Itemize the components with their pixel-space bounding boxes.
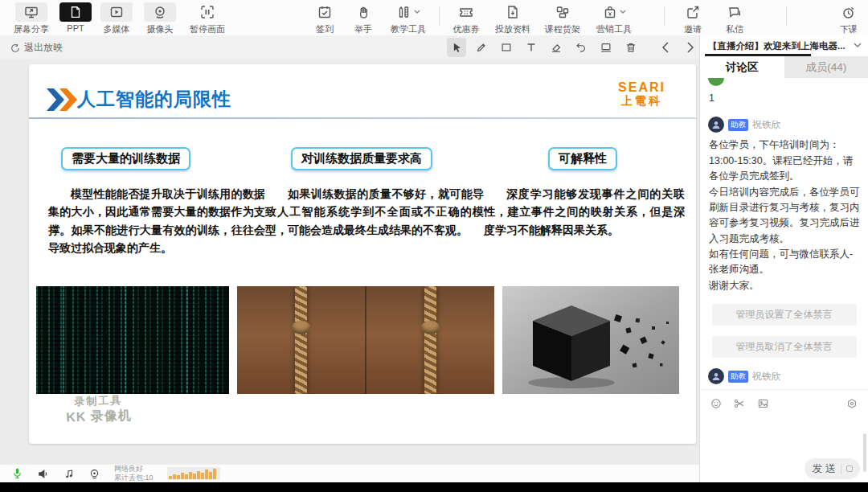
live-side-panel: 【直播介绍】欢迎来到上海电器... 讨论区 成员(44) 1 助教 祝铁欣: [699, 35, 868, 492]
text-tool-icon[interactable]: [522, 38, 541, 57]
exit-presentation-button[interactable]: 退出放映: [10, 41, 63, 55]
logo-text-cn: 上電科: [618, 95, 665, 107]
rope-panel-left: [237, 286, 365, 394]
ppt-slide: 人工智能的局限性 SEARI 上電科 需要大量的训练数据 对训练数据质量要求高 …: [29, 64, 696, 444]
seari-logo: SEARI 上電科: [618, 80, 665, 107]
rope-image: [237, 286, 494, 394]
shelf-label: 课程货架: [545, 23, 580, 35]
system-message: 管理员取消了全体禁言: [712, 336, 857, 358]
microphone-icon[interactable]: [11, 467, 23, 481]
slide-paragraphs: 模型性能能否提升取决于训练用的数据集的大小，因此通常需要大量的数据作为支撑。如果…: [48, 185, 685, 257]
toolbar-divider: [439, 6, 440, 26]
marketing-label: 营销工具: [596, 23, 632, 35]
shelf-icon: [555, 2, 571, 22]
prev-slide-icon[interactable]: [656, 38, 675, 57]
invite-icon: [685, 2, 701, 22]
pause-screen-label: 暂停画面: [190, 23, 225, 35]
toolbar-divider: [786, 0, 787, 26]
next-slide-icon[interactable]: [681, 38, 700, 57]
camera-label: 摄像头: [147, 23, 174, 35]
ppt-label: PPT: [67, 23, 84, 33]
chat-message-author-row: 助教 祝铁欣: [708, 117, 860, 133]
teach-tools-button[interactable]: 教学工具: [383, 0, 434, 35]
send-label: 发 送: [812, 461, 836, 476]
ppt-button[interactable]: PPT: [56, 0, 95, 35]
coupon-icon: [458, 2, 474, 22]
live-room-title: 【直播介绍】欢迎来到上海电器...: [708, 41, 845, 51]
teach-tools-label: 教学工具: [391, 23, 426, 35]
sign-in-button[interactable]: 签到: [305, 0, 344, 35]
send-options-icon[interactable]: [846, 465, 853, 472]
paragraph-interpretability: 深度学习能够发现事件之间的关联性，建立事件之间的映射关系，但是深度学习不能解释因…: [484, 185, 685, 257]
end-class-button[interactable]: 下课: [831, 0, 866, 35]
heading-box-data-quality: 对训练数据质量要求高: [291, 147, 432, 170]
app-window: 屏幕分享 PPT 多媒体 摄像头: [0, 0, 868, 492]
shelf-button[interactable]: 课程货架: [538, 0, 588, 35]
title-underline: [29, 117, 696, 119]
chat-message-partial: [708, 78, 860, 86]
matrix-code-image: [36, 286, 229, 394]
dm-icon: [727, 2, 743, 22]
pause-screen-button[interactable]: 暂停画面: [182, 0, 233, 35]
trash-tool-icon[interactable]: [621, 38, 641, 57]
slide-area: 人工智能的局限性 SEARI 上電科 需要大量的训练数据 对训练数据质量要求高 …: [0, 59, 699, 465]
chat-message-text: 1: [709, 91, 860, 106]
media-button[interactable]: 多媒体: [95, 0, 138, 35]
dm-button[interactable]: 私信: [717, 0, 752, 35]
toolbar-divider: [664, 0, 665, 26]
send-button[interactable]: 发 送: [805, 458, 860, 479]
marketing-button[interactable]: 营销工具: [588, 0, 641, 35]
tab-members[interactable]: 成员(44): [784, 56, 868, 78]
chevron-down-icon[interactable]: [854, 43, 862, 48]
undo-tool-icon[interactable]: [571, 38, 591, 57]
author-name: 祝铁欣: [752, 118, 781, 132]
heading-box-training-data: 需要大量的训练数据: [61, 147, 190, 170]
chat-input-zone: 发 送: [700, 389, 868, 492]
toolbar-left-group: 屏幕分享 PPT 多媒体 摄像头: [6, 0, 233, 35]
screen-share-button[interactable]: 屏幕分享: [6, 0, 56, 35]
image-upload-icon[interactable]: [756, 397, 770, 410]
invite-label: 邀请: [684, 23, 702, 35]
paragraph-training-data: 模型性能能否提升取决于训练用的数据集的大小，因此通常需要大量的数据作为支撑。如果…: [48, 185, 265, 257]
webcam-status-icon[interactable]: [88, 468, 100, 480]
raise-hand-button[interactable]: 举手: [344, 0, 383, 35]
assistant-badge: 助教: [728, 371, 748, 383]
music-icon[interactable]: [63, 468, 75, 480]
materials-button[interactable]: 投放资料: [488, 0, 538, 35]
recorder-watermark: 录制工具 KK 录像机: [65, 393, 132, 427]
invite-button[interactable]: 邀请: [675, 0, 710, 35]
packet-loss-label: 累计丢包:10: [114, 474, 154, 482]
ppt-icon: [59, 2, 92, 22]
chat-message-text: 各位学员，下午培训时间为：13:00-15:30。课程已经开始，请各位学员完成签…: [709, 137, 860, 293]
speaker-icon[interactable]: [37, 468, 50, 480]
status-bar: 网络良好 累计丢包:10: [0, 465, 699, 482]
coupon-button[interactable]: 优惠券: [444, 0, 488, 35]
title-chevrons-icon: [47, 88, 79, 111]
emoji-icon[interactable]: [710, 397, 723, 410]
cube-image: [502, 286, 679, 394]
camera-button[interactable]: 摄像头: [138, 0, 182, 35]
screen-share-label: 屏幕分享: [14, 23, 49, 35]
eraser-tool-icon[interactable]: [547, 38, 566, 57]
rope-graphic: [424, 286, 436, 394]
chat-scrollbar[interactable]: [863, 433, 866, 472]
letterbox-strip: [0, 482, 868, 492]
media-label: 多媒体: [104, 23, 130, 35]
system-message: 管理员设置了全体禁言: [712, 304, 857, 326]
end-class-label: 下课: [840, 23, 858, 35]
screenshot-scissors-icon[interactable]: [733, 397, 746, 410]
author-name: 祝铁欣: [752, 370, 781, 383]
pointer-tool-icon[interactable]: [447, 38, 466, 57]
network-status: 网络良好 累计丢包:10: [114, 465, 154, 482]
header-underline: [705, 54, 811, 56]
avatar: [708, 78, 724, 86]
pen-tool-icon[interactable]: [472, 38, 491, 57]
rectangle-tool-icon[interactable]: [497, 38, 516, 57]
tab-discussion[interactable]: 讨论区: [700, 56, 784, 78]
teach-tools-icon: [396, 4, 412, 20]
whiteboard-tool-icon[interactable]: [596, 38, 616, 57]
marketing-icon: [602, 4, 618, 20]
chat-settings-gear-icon[interactable]: [845, 397, 858, 410]
live-room-header[interactable]: 【直播介绍】欢迎来到上海电器...: [700, 35, 868, 56]
raise-hand-icon: [355, 2, 371, 22]
